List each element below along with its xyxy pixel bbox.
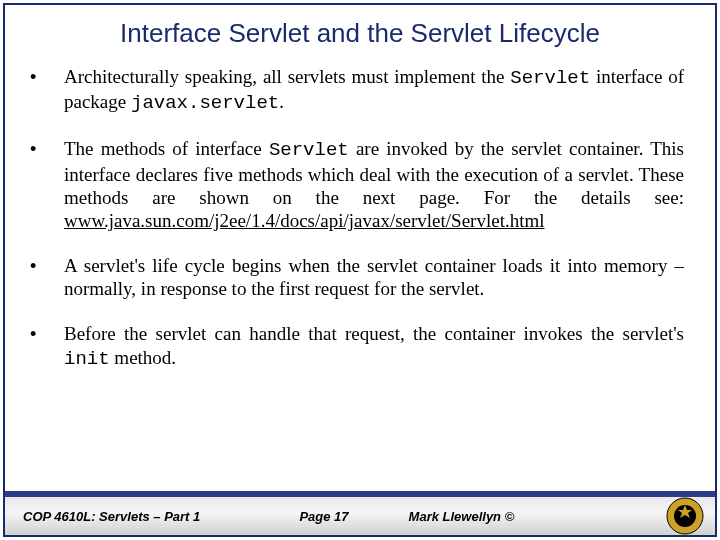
slide-border — [3, 3, 717, 537]
footer-bar: COP 4610L: Servlets – Part 1 Page 17 Mar… — [5, 491, 715, 535]
ucf-logo-icon — [665, 496, 705, 536]
footer-author: Mark Llewellyn © — [369, 509, 665, 524]
footer-page: Page 17 — [279, 509, 368, 524]
footer-course: COP 4610L: Servlets – Part 1 — [5, 509, 279, 524]
